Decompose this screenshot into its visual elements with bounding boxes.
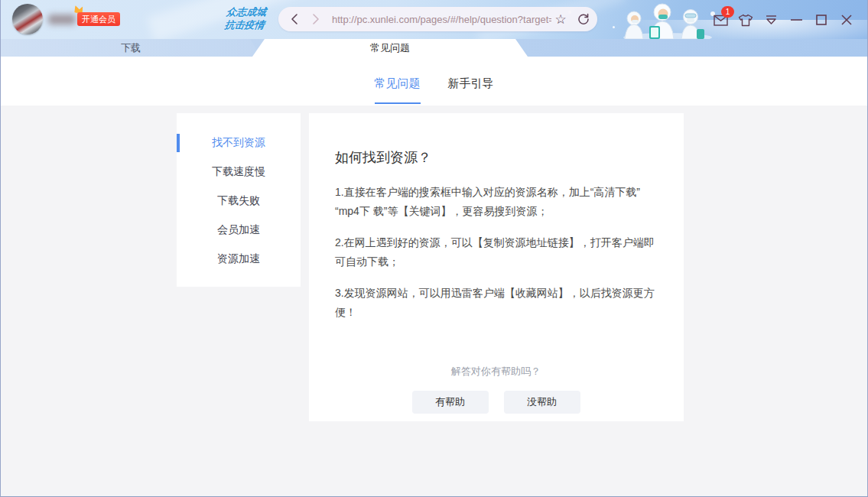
not-helpful-button[interactable]: 没帮助 [504,391,580,414]
tab-faq-label: 常见问题 [370,41,410,55]
sidebar-item-label: 资源加速 [217,252,260,266]
help-header: 常见问题 新手引导 [1,57,867,106]
minimize-button[interactable] [788,12,805,28]
hide-to-tray-icon[interactable] [762,12,779,28]
username-blurred [48,15,76,24]
maximize-button[interactable] [813,12,830,28]
sidebar-item-vip-acceleration[interactable]: 会员加速 [177,216,301,245]
sidebar-item-slow-download[interactable]: 下载速度慢 [177,158,301,187]
notification-badge: 1 [721,6,734,18]
tab-strip: 下载 常见问题 [1,39,867,57]
helpful-button[interactable]: 有帮助 [412,391,489,414]
answer-paragraph-2: 2.在网上遇到好的资源，可以【复制资源地址链接】，打开客户端即可自动下载； [335,233,657,271]
medical-workers-illustration [620,2,720,39]
help-content: 找不到资源 下载速度慢 下载失败 会员加速 资源加速 如何找到资源？ 1.直接在… [1,106,867,496]
sidebar-item-resource-acceleration[interactable]: 资源加速 [177,245,301,274]
avatar[interactable] [12,4,43,34]
title-bar: 开通会员 众志成城 抗击疫情 http://pc.xunlei.com/page… [1,0,867,39]
subtab-beginner-guide-label: 新手引导 [448,76,494,91]
snow-dot [613,26,615,28]
answer-paragraph-1: 1.直接在客户端的搜索框中输入对应的资源名称，加上“高清下载” “mp4下 载”… [335,183,657,221]
address-bar[interactable]: http://pc.xunlei.com/pages/#/help/questi… [278,7,597,31]
bookmark-star-icon[interactable]: ☆ [551,10,570,28]
tab-faq[interactable]: 常见问题 [252,39,528,57]
xunlei-window: 开通会员 众志成城 抗击疫情 http://pc.xunlei.com/page… [0,0,868,497]
sidebar-item-label: 会员加速 [217,223,260,237]
sidebar-item-cannot-find-resources[interactable]: 找不到资源 [177,128,301,158]
sidebar-item-download-failed[interactable]: 下载失败 [177,187,301,216]
feedback-question: 解答对你有帮助吗？ [335,365,657,378]
subtab-faq[interactable]: 常见问题 [375,57,421,106]
subtab-faq-label: 常见问题 [375,76,421,91]
feedback-buttons: 有帮助 没帮助 [335,391,657,414]
close-button[interactable] [838,12,855,28]
subtab-beginner-guide[interactable]: 新手引导 [448,57,494,106]
skin-theme-icon[interactable] [737,12,754,28]
tab-downloads-label: 下载 [121,41,141,55]
sidebar-item-label: 下载速度慢 [212,165,265,179]
url-text[interactable]: http://pc.xunlei.com/pages/#/help/questi… [332,14,551,25]
campaign-slogan: 众志成城 抗击疫情 [215,5,277,31]
faq-category-sidebar: 找不到资源 下载速度慢 下载失败 会员加速 资源加速 [177,113,301,287]
campaign-slogan-line1: 众志成城 [216,5,276,18]
forward-icon[interactable] [306,9,326,29]
active-indicator [177,134,180,152]
active-subtab-underline [375,102,421,104]
help-subtabs: 常见问题 新手引导 [1,57,867,106]
sidebar-item-label: 下载失败 [217,194,260,208]
faq-answer-card: 如何找到资源？ 1.直接在客户端的搜索框中输入对应的资源名称，加上“高清下载” … [309,113,684,421]
sidebar-item-label: 找不到资源 [212,136,265,150]
answer-paragraph-3: 3.发现资源网站，可以用迅雷客户端【收藏网站】，以后找资源更方便！ [335,284,657,322]
messages-icon[interactable]: 1 [712,12,729,28]
vip-upgrade-badge[interactable]: 开通会员 [77,12,120,26]
campaign-slogan-line2: 抗击疫情 [215,18,275,31]
tab-downloads[interactable]: 下载 [1,39,261,57]
question-title: 如何找到资源？ [335,148,657,167]
titlebar-controls: 1 [712,12,855,28]
back-icon[interactable] [284,9,304,29]
refresh-icon[interactable] [574,10,593,28]
